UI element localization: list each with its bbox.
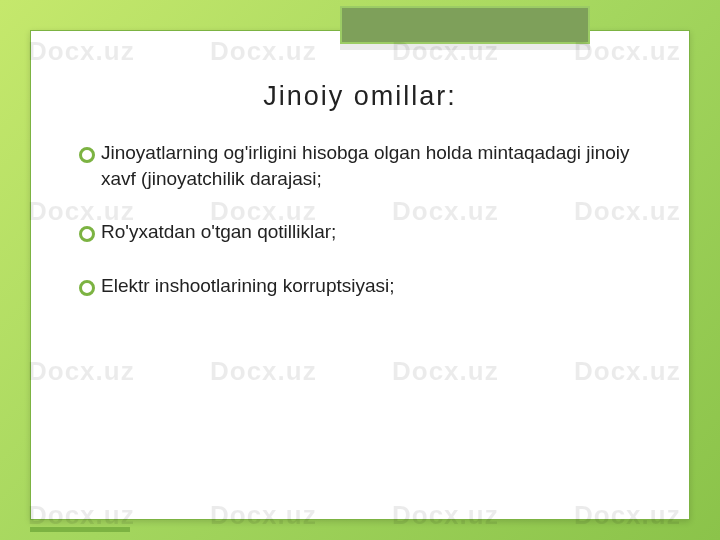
- list-item: Elektr inshootlarining korruptsiyasi;: [79, 273, 641, 299]
- accent-bar: [30, 527, 130, 532]
- list-item: Ro'yxatdan o'tgan qotilliklar;: [79, 219, 641, 245]
- list-item: Jinoyatlarning og'irligini hisobga olgan…: [79, 140, 641, 191]
- slide-title: Jinoiy omillar:: [79, 81, 641, 112]
- decorative-top-tab: [340, 6, 590, 44]
- bullet-list: Jinoyatlarning og'irligini hisobga olgan…: [79, 140, 641, 299]
- slide-card: Jinoiy omillar: Jinoyatlarning og'irligi…: [30, 30, 690, 520]
